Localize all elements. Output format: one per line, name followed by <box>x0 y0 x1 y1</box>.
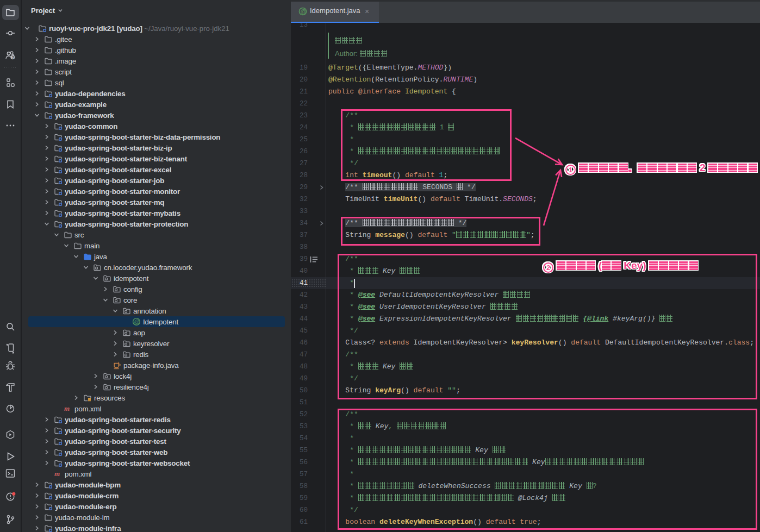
svg-text:m: m <box>54 470 60 478</box>
svg-text:@: @ <box>134 318 140 325</box>
svg-text:m: m <box>64 404 70 412</box>
svg-text:@: @ <box>300 8 306 15</box>
svg-text:?: ? <box>12 55 15 60</box>
